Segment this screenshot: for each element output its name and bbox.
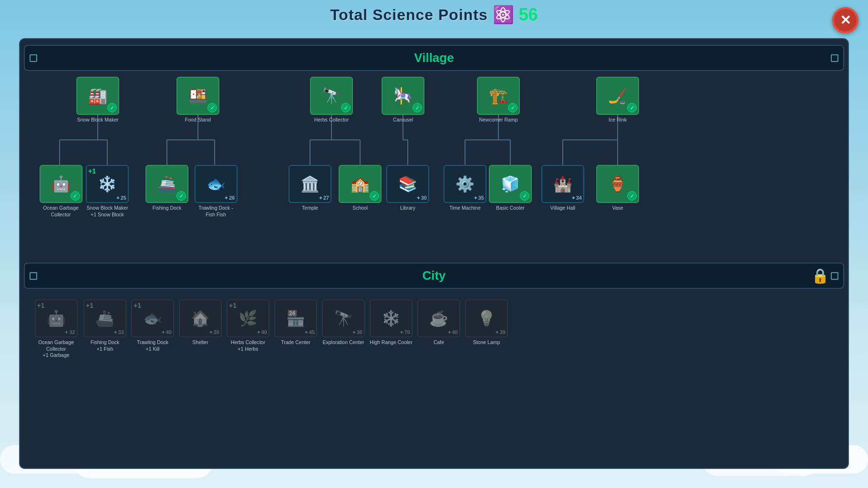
- city-ogc-cost: ✦32: [64, 329, 75, 335]
- time-machine-label: Time Machine: [449, 205, 481, 212]
- cost-temple: ✦27: [319, 195, 329, 201]
- city-trawling-cost: ✦40: [161, 329, 172, 335]
- carousel-label: Carousel: [393, 117, 413, 123]
- snow-block-maker-label: Snow Block Maker: [77, 117, 119, 123]
- check-carousel: ✓: [413, 103, 422, 112]
- ice-rink-img: 🏒 ✓: [596, 77, 639, 115]
- city-stone-lamp-img: 💡 ✦39: [465, 299, 508, 337]
- city-stone-lamp[interactable]: 💡 ✦39 Stone Lamp: [465, 299, 508, 385]
- cost-library: ✦30: [416, 195, 427, 201]
- city-exploration-cost: ✦30: [352, 329, 362, 335]
- city-shelter[interactable]: 🏠 ✦20 Shelter: [179, 299, 222, 385]
- city-trade-label: Trade Center: [281, 339, 310, 346]
- village-hall-img: 🏰 ✦34: [541, 165, 584, 203]
- cost-village-hall: ✦34: [571, 195, 582, 201]
- newcomer-ramp-label: Newcomer Ramp: [479, 117, 517, 123]
- city-tree: 🤖 ✦32 +1 Ocean Garbage Collector+1 Garba…: [24, 295, 844, 390]
- city-header: City 🔒: [24, 263, 844, 289]
- school-label: School: [352, 205, 368, 212]
- city-herbs-img: 🌿 ✦40 +1: [227, 299, 269, 337]
- check-basic-cooler: ✓: [520, 191, 529, 201]
- check-herbs-collector: ✓: [341, 103, 351, 112]
- city-exploration[interactable]: 🔭 ✦30 Exploration Center: [322, 299, 365, 385]
- city-herbs-cost: ✦40: [257, 329, 267, 335]
- city-fishing-cost: ✦33: [114, 329, 124, 335]
- school-img: 🏫 ✓: [339, 165, 382, 203]
- card-temple[interactable]: 🏛️ ✦27 Temple: [289, 165, 331, 212]
- temple-img: 🏛️ ✦27: [289, 165, 331, 203]
- city-herbs[interactable]: 🌿 ✦40 +1 Herbs Collector+1 Herbs: [227, 299, 269, 385]
- card-carousel[interactable]: 🎠 ✓ Carousel: [382, 77, 424, 123]
- cost-time-machine: ✦35: [474, 195, 484, 201]
- fishing-dock-label: Fishing Dock: [153, 205, 182, 212]
- city-cafe-label: Cafe: [434, 339, 444, 346]
- card-ice-rink[interactable]: 🏒 ✓ Ice Rink: [596, 77, 639, 123]
- main-panel: Village 🏭 ✓ Snow Block Maker 🍱: [19, 38, 849, 469]
- city-high-cooler-img: ❄️ ✦70: [370, 299, 413, 337]
- village-hall-label: Village Hall: [550, 205, 575, 212]
- city-high-cooler-label: High Range Cooler: [370, 339, 412, 346]
- vase-label: Vase: [612, 205, 623, 212]
- card-snow-block-child[interactable]: ❄️ ✦25 +1 Snow Block Maker+1 Snow Block: [86, 165, 129, 218]
- library-img: 📚 ✦30: [386, 165, 429, 203]
- ocean-garbage-img: 🤖 ✓: [40, 165, 83, 203]
- city-trawling-label: Trawling Dock+1 Kill: [137, 339, 168, 352]
- city-exploration-label: Exploration Center: [323, 339, 364, 346]
- scroll-area[interactable]: Village 🏭 ✓ Snow Block Maker 🍱: [20, 39, 848, 460]
- city-high-cooler[interactable]: ❄️ ✦70 High Range Cooler: [370, 299, 413, 385]
- cost-snow-block: ✦25: [116, 195, 126, 201]
- card-newcomer-ramp[interactable]: 🏗️ ✓ Newcomer Ramp: [477, 77, 520, 123]
- city-high-cooler-cost: ✦70: [400, 329, 410, 335]
- card-trawling-dock[interactable]: 🐟 ✦26 Trawling Dock - Fish Fish: [193, 165, 238, 218]
- ice-rink-label: Ice Rink: [609, 117, 627, 123]
- card-food-stand[interactable]: 🍱 ✓ Food Stand: [176, 77, 219, 123]
- newcomer-ramp-img: 🏗️ ✓: [477, 77, 520, 115]
- basic-cooler-img: 🧊 ✓: [489, 165, 532, 203]
- city-fishing-plus: +1: [86, 302, 93, 309]
- city-shelter-label: Shelter: [192, 339, 208, 346]
- check-ice-rink: ✓: [627, 103, 637, 112]
- trawling-dock-label: Trawling Dock - Fish Fish: [193, 205, 238, 218]
- city-trawling-plus: +1: [134, 302, 141, 309]
- snow-block-child-label: Snow Block Maker+1 Snow Block: [87, 205, 128, 218]
- food-stand-img: 🍱 ✓: [176, 77, 219, 115]
- card-village-hall[interactable]: 🏰 ✦34 Village Hall: [541, 165, 584, 212]
- card-fishing-dock[interactable]: 🚢 ✓ Fishing Dock: [145, 165, 188, 212]
- plus-snow-block: +1: [88, 167, 96, 175]
- card-basic-cooler[interactable]: 🧊 ✓ Basic Cooler: [489, 165, 532, 212]
- check-fishing-dock: ✓: [176, 191, 186, 201]
- village-tree: 🏭 ✓ Snow Block Maker 🍱 ✓ Food Stand: [24, 77, 844, 258]
- city-stone-lamp-cost: ✦39: [495, 329, 506, 335]
- card-snow-block-maker[interactable]: 🏭 ✓ Snow Block Maker: [76, 77, 119, 123]
- time-machine-img: ⚙️ ✦35: [444, 165, 486, 203]
- city-trade[interactable]: 🏪 ✦45 Trade Center: [274, 299, 317, 385]
- temple-label: Temple: [302, 205, 318, 212]
- close-button[interactable]: ✕: [832, 7, 858, 33]
- city-cafe-cost: ✦40: [447, 329, 458, 335]
- city-exploration-img: 🔭 ✦30: [322, 299, 365, 337]
- city-trawling[interactable]: 🐟 ✦40 +1 Trawling Dock+1 Kill: [131, 299, 174, 385]
- carousel-img: 🎠 ✓: [382, 77, 424, 115]
- village-section: Village 🏭 ✓ Snow Block Maker 🍱: [20, 45, 848, 258]
- city-shelter-img: 🏠 ✦20: [179, 299, 222, 337]
- snow-block-child-img: ❄️ ✦25 +1: [86, 165, 129, 203]
- card-vase[interactable]: 🏺 ✓ Vase: [596, 165, 639, 212]
- card-school[interactable]: 🏫 ✓ School: [339, 165, 382, 212]
- city-fishing[interactable]: 🚢 ✦33 +1 Fishing Dock+1 Fish: [83, 299, 126, 385]
- card-time-machine[interactable]: ⚙️ ✦35 Time Machine: [444, 165, 486, 212]
- check-ocean-garbage: ✓: [71, 191, 80, 201]
- ocean-garbage-label: Ocean Garbage Collector: [38, 205, 83, 218]
- city-cafe[interactable]: ☕ ✦40 Cafe: [417, 299, 460, 385]
- check-snow-block-maker: ✓: [107, 103, 117, 112]
- science-points: 56: [519, 5, 538, 25]
- card-ocean-garbage[interactable]: 🤖 ✓ Ocean Garbage Collector: [38, 165, 83, 218]
- city-shelter-cost: ✦20: [209, 329, 219, 335]
- city-ogc-label: Ocean Garbage Collector+1 Garbage: [33, 339, 79, 359]
- library-label: Library: [400, 205, 415, 212]
- city-ogc[interactable]: 🤖 ✦32 +1 Ocean Garbage Collector+1 Garba…: [33, 299, 79, 385]
- city-trade-cost: ✦45: [304, 329, 315, 335]
- card-herbs-collector[interactable]: 🔭 ✓ Herbs Collector: [310, 77, 353, 123]
- lock-icon: 🔒: [811, 267, 829, 284]
- card-library[interactable]: 📚 ✦30 Library: [386, 165, 429, 212]
- check-newcomer-ramp: ✓: [508, 103, 517, 112]
